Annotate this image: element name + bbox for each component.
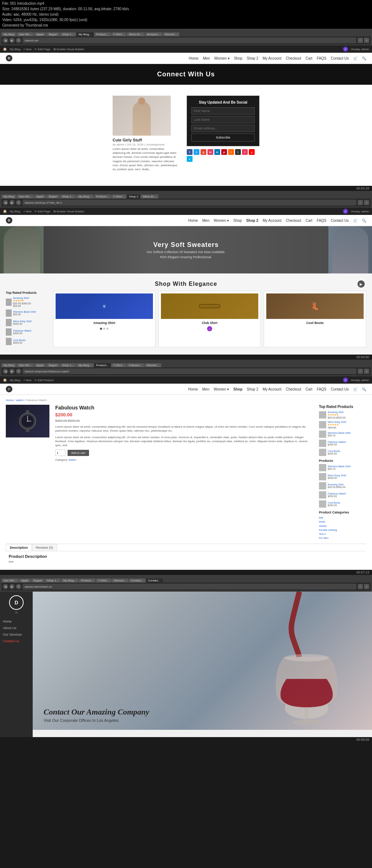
tab3-fabulouswatch[interactable]: Fabulou... [127, 363, 144, 367]
tab4-myblog[interactable]: My Blog... [61, 579, 78, 583]
tab3-shop1[interactable]: Shop 1... [60, 363, 76, 367]
srp-name-4[interactable]: Fabulous Watch [328, 441, 346, 443]
sidebar-product-name-4[interactable]: Fabulous Watch [13, 329, 31, 332]
url-bar-1[interactable]: idarest.net [23, 37, 356, 43]
wp2-editpage[interactable]: ✏ Edit Page [35, 210, 50, 213]
nav3-myaccount[interactable]: My Account [263, 387, 282, 391]
tab-amazon[interactable]: Amazon... [145, 32, 162, 36]
tab4-contact[interactable]: Contact... [129, 579, 145, 583]
nav-shop2[interactable]: Shop 2 [247, 56, 258, 60]
nav-cart[interactable]: Cart [306, 56, 312, 60]
tab3-apple[interactable]: Apple [34, 363, 46, 367]
blog-post-title[interactable]: Cute Girly Stuff [113, 138, 178, 142]
nav2-cart[interactable]: Cart [306, 219, 312, 223]
nav-myaccount[interactable]: My Account [263, 56, 282, 60]
wp-myblog-label[interactable]: My Blog [10, 48, 20, 51]
quantity-input[interactable] [55, 449, 65, 456]
wp3-myblog[interactable]: 🏠 [3, 378, 7, 382]
nav-contactus[interactable]: Contact Us [331, 56, 349, 60]
cat-female-clothing[interactable]: Female clothing [319, 528, 366, 532]
forward-button-3[interactable]: ▶ [9, 369, 15, 374]
tab-product[interactable]: Product... [94, 32, 111, 36]
tab3-myblog2[interactable]: My Blog... [76, 363, 94, 367]
cat-boots[interactable]: boots [319, 520, 366, 524]
tab4-shop1[interactable]: Shop 1... [45, 579, 61, 583]
wp3-myblog-label[interactable]: My Blog [10, 379, 20, 382]
nav2-women[interactable]: Women ▾ [214, 219, 229, 223]
srp-p-name-5[interactable]: Cool Boots [328, 501, 340, 504]
social-instagram2[interactable]: i [242, 149, 248, 155]
tab4-contactus[interactable]: Contact... [146, 579, 163, 583]
nav-home[interactable]: Home [189, 56, 199, 60]
tab2-shop1[interactable]: Shop 1... [60, 195, 76, 199]
srp-p-name-4[interactable]: Fabulous Watch [328, 492, 346, 495]
nav-faqs[interactable]: FAQS [317, 56, 327, 60]
bookmark-icon-2[interactable]: ☆ [358, 200, 363, 205]
sidebar-product-name-5[interactable]: Cool Boots [13, 339, 25, 341]
tab4-product[interactable]: Product... [79, 579, 96, 583]
back-button[interactable]: ◀ [3, 38, 8, 43]
reload-button-3[interactable]: ↻ [16, 369, 21, 374]
tab4-skype[interactable]: Skype! [31, 579, 44, 583]
wp2-myblog[interactable]: 🏠 [3, 209, 7, 213]
social-pinterest[interactable]: p [221, 149, 227, 155]
tab-menuerr[interactable]: Menu Er... [127, 32, 144, 36]
back-button-2[interactable]: ◀ [3, 200, 8, 205]
tab-women1[interactable]: Women... [163, 32, 179, 36]
tab2-product[interactable]: Product... [94, 195, 111, 199]
tab4-women[interactable]: Women... [112, 579, 128, 583]
tab-tshirt[interactable]: T-Shirt... [111, 32, 126, 36]
nav-women[interactable]: Women ▾ [214, 56, 230, 60]
reload-button-4[interactable]: ↻ [16, 584, 21, 589]
cat-for-men[interactable]: For Men [319, 536, 366, 540]
srp-name-2[interactable]: Mens Easy Shirt [328, 421, 346, 423]
newsletter-lastname[interactable] [191, 116, 255, 123]
tab-apple[interactable]: Apple [34, 32, 46, 36]
nav2-checkout[interactable]: Checkout [286, 219, 301, 223]
purple-dot[interactable]: • [207, 326, 212, 331]
nav2-contactus[interactable]: Contact Us [331, 219, 349, 223]
menu-icon-3[interactable]: ≡ [364, 369, 369, 374]
nav-shop[interactable]: Shop [234, 56, 242, 60]
menu-icon[interactable]: ≡ [364, 38, 369, 43]
tab-shop1[interactable]: Shop 1... [60, 32, 76, 36]
social-tumblr[interactable]: t [235, 149, 241, 155]
wp2-new[interactable]: + New [23, 210, 32, 213]
srp-name-3[interactable]: Womens Black Shirt [328, 432, 351, 434]
nav-men[interactable]: Men [203, 56, 210, 60]
tab-description[interactable]: Description [6, 544, 32, 551]
wp-myblog[interactable]: 🏠 [3, 47, 7, 51]
tab-myblog2[interactable]: My Blog... [76, 32, 94, 36]
nav3-checkout[interactable]: Checkout [286, 387, 301, 391]
tab-skype[interactable]: Skype! [46, 32, 60, 36]
nav2-shop2[interactable]: Shop 2 [246, 219, 258, 223]
forward-button-2[interactable]: ▶ [9, 200, 15, 205]
contact-nav-about[interactable]: About Us [3, 625, 30, 631]
tab4-apple[interactable]: Apple [19, 579, 31, 583]
bookmark-icon-4[interactable]: ☆ [358, 584, 363, 589]
reload-button[interactable]: ↻ [16, 38, 21, 43]
dot-2[interactable] [103, 328, 105, 330]
wp2-myblog-label[interactable]: My Blog [10, 210, 20, 213]
cat-jewels[interactable]: Jewels [319, 524, 366, 528]
url-bar-2[interactable]: idarest.net/shop-2/?divi_tb=1 [23, 200, 356, 205]
wp-new[interactable]: + New [23, 48, 32, 51]
wp-visualbuilder[interactable]: ⊞ Enable Visual Builder [53, 48, 84, 51]
wp-editpage[interactable]: ✏ Edit Page [35, 48, 50, 51]
newsletter-firstname[interactable] [191, 107, 255, 115]
add-to-cart-button[interactable]: Add to cart [68, 450, 89, 456]
menu-icon-4[interactable]: ≡ [364, 584, 369, 589]
cart-icon-3[interactable]: 🛒 [353, 387, 357, 391]
social-twitter[interactable]: t [194, 149, 199, 155]
tab2-seewh[interactable]: See Wh... [17, 195, 34, 199]
shop-product-name-3[interactable]: Cool Boots [266, 321, 364, 325]
nav3-men[interactable]: Men [202, 387, 209, 391]
nav2-men[interactable]: Men [202, 219, 209, 223]
nav-checkout[interactable]: Checkout [286, 56, 301, 60]
srp-name-5[interactable]: Cool Boots [328, 450, 340, 452]
tab3-myblog[interactable]: My Blog [1, 363, 16, 367]
nav2-shop[interactable]: Shop [233, 219, 242, 223]
social-facebook[interactable]: f [187, 149, 193, 155]
srp-name-1[interactable]: Amazing Shirt [328, 411, 345, 413]
nav2-faqs[interactable]: FAQS [317, 219, 327, 223]
